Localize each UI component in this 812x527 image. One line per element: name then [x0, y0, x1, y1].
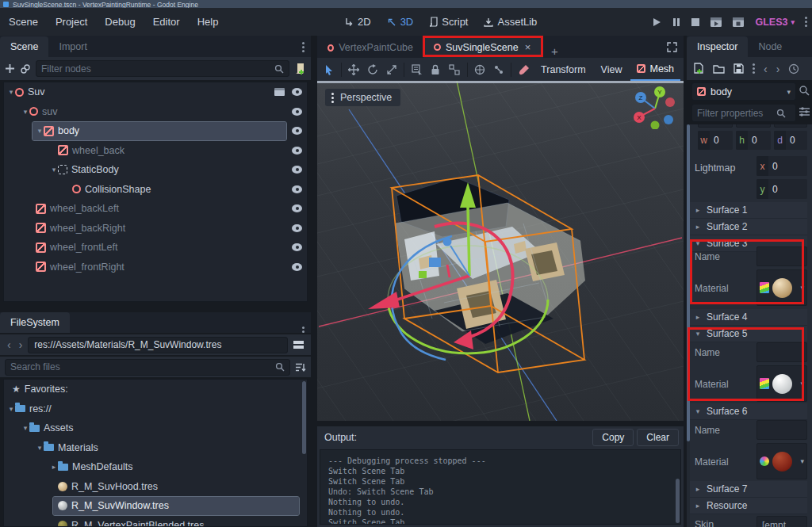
tree-row-wheel-back[interactable]: wheel_back	[4, 141, 307, 161]
new-resource-button[interactable]	[693, 63, 704, 74]
output-log[interactable]: --- Debugging process stopped --- Switch…	[320, 449, 681, 525]
aabb-h-field[interactable]: h0	[736, 131, 771, 150]
tab-scene[interactable]: Scene	[0, 36, 48, 57]
collapse-icon[interactable]: ▾	[36, 444, 44, 452]
aabb-w-field[interactable]: w0	[698, 131, 733, 150]
search-files-input[interactable]	[10, 361, 275, 372]
tree-row-wheel-frontleft[interactable]: wheel_frontLeft	[4, 238, 307, 258]
workspace-3d-button[interactable]: 3D	[379, 8, 422, 36]
unique-scene-icon[interactable]	[274, 88, 285, 96]
copy-button[interactable]: Copy	[592, 429, 634, 446]
tab-inspector[interactable]: Inspector	[687, 36, 748, 57]
visibility-icon[interactable]	[292, 108, 302, 116]
visibility-icon[interactable]	[292, 243, 302, 251]
filter-nodes-field[interactable]	[36, 60, 289, 77]
lightmap-y-field[interactable]: y0	[756, 179, 807, 199]
history-icon[interactable]	[788, 63, 799, 74]
filter-properties-field[interactable]	[691, 104, 796, 122]
filesystem-menu-icon[interactable]	[302, 330, 304, 333]
transform-menu[interactable]: Transform	[534, 59, 592, 81]
tab-import[interactable]: Import	[48, 36, 97, 57]
group-icon[interactable]	[446, 61, 463, 78]
select-tool-icon[interactable]	[320, 61, 337, 78]
tree-row-collisionshape[interactable]: CollisionShape	[4, 180, 307, 200]
section-surface-6[interactable]: ▾Surface 6	[690, 403, 807, 420]
aabb-d-field[interactable]: d0	[774, 131, 807, 150]
section-surface-4[interactable]: ▸Surface 4	[690, 309, 807, 326]
play-button[interactable]	[653, 17, 661, 27]
3d-viewport[interactable]: Perspective	[317, 81, 684, 421]
pause-button[interactable]	[672, 17, 680, 27]
renderer-dropdown[interactable]: GLES3▾	[755, 17, 795, 28]
expand-viewport-icon[interactable]	[667, 42, 677, 52]
section-surface-1[interactable]: ▸Surface 1	[690, 202, 807, 219]
tree-row-wheel-backleft[interactable]: wheel_backLeft	[4, 199, 307, 219]
surface6-name-field[interactable]	[756, 420, 807, 440]
visibility-icon[interactable]	[292, 147, 302, 155]
visibility-icon[interactable]	[292, 185, 302, 193]
list-select-icon[interactable]	[408, 61, 425, 78]
tree-row-wheel-backright[interactable]: wheel_backRight	[4, 219, 307, 239]
perspective-menu[interactable]: Perspective	[325, 89, 400, 106]
vertex-paint-icon[interactable]	[515, 61, 532, 78]
surface5-material-field[interactable]: ▾	[756, 365, 807, 402]
section-resource[interactable]: ▸Resource	[690, 498, 807, 514]
fs-row-meshdefaults[interactable]: ▸ MeshDefaults	[4, 457, 307, 477]
fs-row-res[interactable]: ▾ res://	[4, 399, 307, 419]
workspace-script-button[interactable]: Script	[421, 8, 476, 36]
tab-vertexpaintcube[interactable]: VertexPaintCube	[317, 37, 423, 58]
tab-filesystem[interactable]: FileSystem	[0, 312, 70, 333]
menu-debug[interactable]: Debug	[96, 8, 144, 36]
tree-row-body[interactable]: ▾ body	[4, 121, 307, 141]
play-scene-button[interactable]	[710, 17, 722, 27]
visibility-icon[interactable]	[292, 263, 302, 271]
collapse-icon[interactable]: ▾	[36, 127, 44, 135]
menu-editor[interactable]: Editor	[144, 8, 189, 36]
section-surface-5[interactable]: ▾Surface 5	[690, 326, 807, 342]
visibility-icon[interactable]	[292, 127, 302, 135]
new-scene-tab-button[interactable]: +	[543, 44, 566, 58]
current-path[interactable]: res://Assets/Materials/R_M_SuvWindow.tre…	[28, 337, 288, 353]
tab-node[interactable]: Node	[748, 36, 792, 57]
rotate-tool-icon[interactable]	[365, 61, 381, 78]
tree-row-staticbody[interactable]: ▾ StaticBody	[4, 160, 307, 180]
expand-icon[interactable]: ▸	[50, 463, 58, 471]
output-scrollbar[interactable]	[676, 479, 680, 523]
menubar-overflow-icon[interactable]	[805, 21, 807, 23]
stop-button[interactable]	[691, 18, 699, 26]
save-button[interactable]	[733, 63, 744, 74]
surface5-name-field[interactable]	[756, 342, 807, 362]
local-space-icon[interactable]	[472, 61, 488, 78]
view-axis-gizmo[interactable]: Y Z X	[633, 85, 677, 129]
history-back-icon[interactable]: ‹	[764, 63, 768, 75]
collapse-icon[interactable]: ▾	[50, 166, 58, 174]
collapse-icon[interactable]: ▾	[21, 108, 29, 116]
viewport-canvas[interactable]	[317, 81, 684, 421]
close-tab-icon[interactable]: ×	[525, 41, 531, 53]
load-resource-button[interactable]	[713, 64, 725, 74]
surface3-name-field[interactable]	[756, 246, 807, 266]
tree-row-suv-child[interactable]: ▾ suv	[4, 102, 307, 122]
sort-files-icon[interactable]	[295, 362, 306, 372]
resource-options-icon[interactable]	[753, 67, 755, 70]
menu-project[interactable]: Project	[47, 8, 96, 36]
toggle-split-mode-icon[interactable]	[291, 341, 306, 349]
visibility-icon[interactable]	[292, 166, 302, 174]
nav-forward-icon[interactable]: ›	[17, 338, 25, 351]
inspector-tools-icon[interactable]	[799, 106, 810, 117]
tree-row-suv[interactable]: ▾ Suv	[4, 82, 307, 102]
tab-suvsinglescene[interactable]: SuvSingleScene ×	[423, 36, 543, 58]
collapse-icon[interactable]: ▾	[7, 405, 15, 413]
fs-row-suvwindow[interactable]: R_M_SuvWindow.tres	[4, 496, 307, 516]
section-surface-2[interactable]: ▸Surface 2	[690, 219, 807, 235]
skin-field[interactable]: [empt	[756, 516, 807, 527]
visibility-icon[interactable]	[292, 204, 302, 212]
collapse-icon[interactable]: ▾	[7, 88, 15, 96]
filter-properties-input[interactable]	[697, 108, 776, 119]
section-surface-7[interactable]: ▸Surface 7	[690, 481, 807, 498]
workspace-assetlib-button[interactable]: AssetLib	[476, 8, 545, 36]
lightmap-x-field[interactable]: x0	[756, 156, 807, 176]
fs-row-suvhood[interactable]: R_M_SuvHood.tres	[4, 477, 307, 497]
fs-row-assets[interactable]: ▾ Assets	[4, 418, 307, 438]
scale-tool-icon[interactable]	[383, 61, 400, 78]
